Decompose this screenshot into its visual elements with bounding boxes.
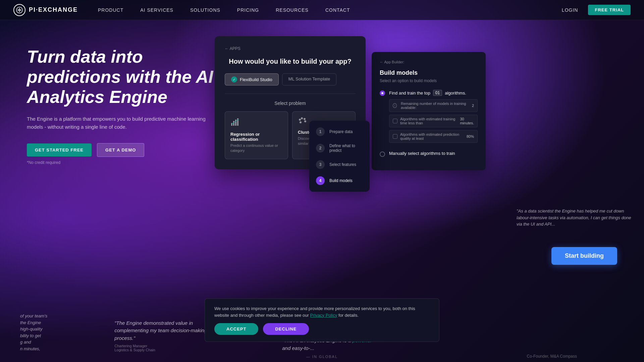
remaining-label: Remaining number of models in training a… [401,102,469,110]
svg-point-8 [299,119,301,121]
modal-tabs: ✓ FlexiBuild Studio ML Solution Template [225,73,356,85]
nav-pricing[interactable]: PRICING [237,7,259,13]
hero-title: Turn data into predictions with the AI &… [27,47,235,107]
quality-checkbox[interactable] [393,134,397,139]
regression-desc: Predict a continuous value or category [230,143,282,154]
radio-option-top-algos[interactable]: Find and train the top 01 algorithms. i … [380,90,478,145]
founder-credit: Co-Founder, M&A Compass [527,354,577,359]
start-building-button[interactable]: Start building [551,247,617,265]
step-4-label: Build models [329,178,353,183]
step-1: 1 Prepare data [316,127,363,136]
radio-content-top: Find and train the top 01 algorithms. i … [389,90,478,145]
accept-button[interactable]: ACCEPT [214,323,258,335]
svg-point-12 [300,121,302,123]
step-4: 4 Build models [316,176,363,185]
sub-option-remaining: i Remaining number of models in training… [389,99,478,112]
panel-title: Build models [380,69,478,76]
panel-back[interactable]: ← App Builder: [380,60,478,64]
select-problem-label: Select problem [225,101,356,106]
algorithms-text: algorithms. [445,90,466,96]
sub-option-quality: Algorithms with estimated prediction qua… [389,130,478,143]
remaining-value: 2 [472,104,474,108]
svg-point-11 [304,120,306,122]
testimonial-left-partial: of your team'sthe Enginehigh-qualitybili… [20,313,47,352]
modal-title: How would you like to build your app? [225,58,356,65]
radio-inactive-icon [380,152,385,157]
step-3: 3 Select features [316,160,363,169]
cookie-buttons: ACCEPT DECLINE [214,323,430,335]
find-train-text: Find and train the top [389,90,430,96]
cookie-suffix: for details. [338,313,359,318]
algo-num[interactable]: 01 [433,90,442,96]
manually-select-text: Manually select algorithms to train [389,151,455,156]
tab-flexibuild[interactable]: ✓ FlexiBuild Studio [225,73,279,85]
cookie-text: We use cookies to improve your experienc… [214,305,430,318]
step-3-num: 3 [316,160,325,169]
problem-card-regression[interactable]: Regression or classification Predict a c… [225,111,288,159]
svg-point-9 [301,117,303,119]
sub-option-time: Algorithms with estimated training time … [389,115,478,127]
testimonial-mid: "The Engine demonstrated value in comple… [114,319,215,352]
get-started-button[interactable]: GET STARTED FREE [27,143,92,157]
step-2-num: 2 [316,144,325,153]
nav-ai-services[interactable]: AI SERVICES [140,7,173,13]
nav-right: LOGIN FREE TRIAL [562,5,631,15]
time-label: Algorithms with estimated training time … [400,117,457,125]
free-trial-button[interactable]: FREE TRIAL [588,5,631,15]
quality-label: Algorithms with estimated prediction qua… [400,132,464,140]
radio-label-top: Find and train the top 01 algorithms. [389,90,478,96]
radio-content-manual: Manually select algorithms to train [389,151,478,156]
time-value: 30 minutes. [460,117,474,125]
step-2: 2 Define what to predict [316,143,363,153]
nav-contact[interactable]: CONTACT [325,7,350,13]
modal-back[interactable]: ← APPS [225,46,356,51]
nav-resources[interactable]: RESOURCES [276,7,309,13]
steps-panel: 1 Prepare data 2 Define what to predict … [309,121,370,192]
svg-point-10 [304,118,306,120]
radio-option-manual[interactable]: Manually select algorithms to train [380,151,478,157]
panel-subtitle: Select an option to build models [380,78,478,83]
nav-solutions[interactable]: SOLUTIONS [190,7,220,13]
testimonial-mid-quote: "The Engine demonstrated value in comple… [114,319,215,342]
tab-ml-solution[interactable]: ML Solution Template [282,73,336,85]
time-checkbox[interactable] [393,119,397,123]
privacy-policy-link[interactable]: Privacy Policy [310,313,337,318]
step-4-num: 4 [316,176,325,185]
testimonial-partial-text: of your team'sthe Enginehigh-qualitybili… [20,313,47,352]
tab-check-icon: ✓ [231,76,237,82]
step-1-label: Prepare data [329,129,353,134]
regression-title: Regression or classification [230,132,282,142]
cookie-banner: We use cookies to improve your experienc… [205,298,439,342]
info-icon: i [393,103,397,108]
tab-ml-label: ML Solution Template [288,76,330,81]
sub-options: i Remaining number of models in training… [389,99,478,143]
navbar: PI·EXCHANGE PRODUCT AI SERVICES SOLUTION… [0,0,644,20]
regression-icon [230,117,282,128]
svg-rect-4 [233,121,234,126]
step-2-label: Define what to predict [329,143,363,153]
logo-icon [13,4,25,16]
testimonial-mid-source: Chartering ManagerLogistics & Supply Cha… [114,344,215,352]
decline-button[interactable]: DECLINE [263,323,309,335]
quality-value: 80% [467,134,474,138]
nav-links: PRODUCT AI SERVICES SOLUTIONS PRICING RE… [98,7,562,13]
modal-divider [225,94,356,94]
hero-subtitle: The Engine is a platform that empowers y… [27,115,215,131]
build-models-panel: ← App Builder: Build models Select an op… [372,52,486,170]
step-1-num: 1 [316,127,325,136]
radio-label-manual: Manually select algorithms to train [389,151,478,156]
tab-flexibuild-label: FlexiBuild Studio [240,77,272,82]
global-label: — IN GLOBAL [306,355,338,359]
get-demo-button[interactable]: GET A DEMO [97,143,144,157]
testimonial-right: "As a data scientist the Engine has help… [517,208,637,228]
step-3-label: Select features [329,162,356,167]
radio-active-icon [380,90,385,96]
logo-text: PI·EXCHANGE [29,6,78,13]
nav-product[interactable]: PRODUCT [98,7,123,13]
nav-login[interactable]: LOGIN [562,7,578,13]
logo[interactable]: PI·EXCHANGE [13,4,78,16]
